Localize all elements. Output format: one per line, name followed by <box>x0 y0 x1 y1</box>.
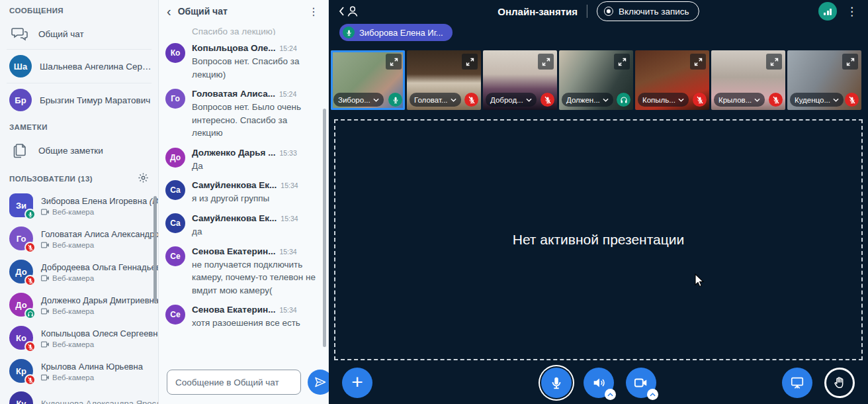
user-list-item[interactable]: Го Головатая Алиса Александров... Веб-ка… <box>0 222 158 255</box>
sidebar-item-private-chat-0[interactable]: Ша Шальнева Ангелина Сергеевна <box>0 50 158 83</box>
chat-message: До Долженко Дарья ...15:33 Да <box>165 148 319 173</box>
chevron-down-icon <box>833 98 839 102</box>
webcam-user-dropdown[interactable]: Головат... <box>410 93 461 107</box>
fullscreen-icon[interactable] <box>538 54 554 70</box>
message-text: Вопросов нет. Было очень интересно. Спас… <box>192 101 318 140</box>
screenshare-button[interactable] <box>782 368 812 398</box>
chat-options-menu-icon[interactable]: ⋮ <box>306 5 322 18</box>
webcam-tile[interactable]: Должен... <box>559 50 633 110</box>
start-recording-button[interactable]: Включить запись <box>597 1 699 21</box>
headphones-badge-icon <box>24 308 36 319</box>
webcam-user-dropdown[interactable]: Зиборо... <box>333 93 384 107</box>
record-icon <box>604 7 613 16</box>
user-name: Копыльцова Олеся Сергеевна <box>41 328 159 338</box>
fullscreen-icon[interactable] <box>614 54 630 70</box>
user-list-item[interactable]: Кр Крылова Алина Юрьевна Веб-камера <box>0 354 158 387</box>
chevron-down-icon <box>678 98 684 102</box>
message-text: Да <box>192 160 297 173</box>
chat-message: Ко Копыльцова Оле...15:24 Вопросов нет. … <box>165 43 319 81</box>
fullscreen-icon[interactable] <box>462 54 478 70</box>
top-bar: Онлайн-занятия Включить запись ⋮ <box>329 0 868 23</box>
speaker-icon <box>591 376 606 390</box>
public-chat-label: Общий чат <box>38 29 84 39</box>
fullscreen-icon[interactable] <box>690 54 706 70</box>
webcam-user-dropdown[interactable]: Доброд... <box>486 93 537 107</box>
message-time: 15:34 <box>279 248 296 256</box>
user-webcam-status: Веб-камера <box>41 208 159 216</box>
user-name: Головатая Алиса Александров... <box>41 229 159 239</box>
chat-scrollbar[interactable] <box>323 109 326 347</box>
webcam-user-dropdown[interactable]: Должен... <box>562 93 613 107</box>
users-settings-gear-icon[interactable] <box>138 172 149 185</box>
presentation-dropzone[interactable]: Нет активной презентации <box>334 119 863 360</box>
webcam-user-dropdown[interactable]: Копыль... <box>638 93 689 107</box>
user-list-item[interactable]: Ку Куденцова Александра Яросла... <box>0 387 158 404</box>
webcam-tile[interactable]: Головат... <box>407 50 481 110</box>
sidebar: СООБЩЕНИЯ Общий чат Ша Шальнева Ангелина… <box>0 0 159 404</box>
message-time: 15:24 <box>279 44 296 52</box>
raise-hand-button[interactable] <box>824 368 855 398</box>
webcam-tile[interactable]: Доброд... <box>483 50 557 110</box>
chat-message: Го Головатая Алиса...15:24 Вопросов нет.… <box>165 89 319 140</box>
toggle-userlist-button[interactable] <box>338 5 359 18</box>
fullscreen-icon[interactable] <box>766 54 782 70</box>
mic-off-badge-icon <box>541 93 554 107</box>
webcam-tiles-strip: Зиборо... Головат... Доброд... Должен... <box>329 42 868 113</box>
user-list-item[interactable]: Зи Зиборова Елена Игоревна (Вы) Веб-каме… <box>0 189 158 222</box>
user-list-item[interactable]: Ко Копыльцова Олеся Сергеевна Веб-камера <box>0 321 158 354</box>
avatar: Го <box>165 89 185 109</box>
chat-message-clipped: Спасибо за лекцию) <box>165 25 319 35</box>
bottom-action-bar: + <box>329 362 868 404</box>
webcam-tile[interactable]: Зиборо... <box>331 50 405 110</box>
chat-message-list[interactable]: Спасибо за лекцию) Ко Копыльцова Оле...1… <box>159 23 328 363</box>
avatar: До <box>165 148 185 168</box>
sidebar-item-public-chat[interactable]: Общий чат <box>0 19 158 49</box>
webcam-share-button[interactable] <box>626 368 656 398</box>
webcam-tile[interactable]: Копыль... <box>635 50 709 110</box>
avatar: Ку <box>9 391 33 404</box>
user-webcam-status: Веб-камера <box>41 274 159 282</box>
user-name: Зиборова Елена Игоревна (Вы) <box>41 196 159 206</box>
message-text: Вопросов нет. Спасибо за лекцию) <box>192 55 318 81</box>
connection-status-button[interactable] <box>818 2 837 21</box>
fullscreen-icon[interactable] <box>842 54 858 70</box>
messages-header-label: СООБЩЕНИЯ <box>9 7 64 15</box>
actions-plus-button[interactable]: + <box>342 368 372 398</box>
webcam-tile[interactable]: Куденцо... <box>787 50 861 110</box>
private-chat-name: Брызгин Тимур Маратович <box>40 95 150 105</box>
mic-on-badge-icon <box>388 93 402 107</box>
hand-icon <box>832 376 847 390</box>
chat-header: ‹ Общий чат ⋮ <box>159 0 328 23</box>
audio-options-chevron-icon[interactable] <box>605 389 616 400</box>
shared-notes-label: Общие заметки <box>38 146 103 156</box>
message-time: 15:34 <box>279 306 296 314</box>
talking-indicator-pill[interactable]: Зиборова Елена Иг... <box>339 24 453 41</box>
mic-off-badge-icon <box>845 93 859 107</box>
webcam-tile[interactable]: Крылов... <box>711 50 785 110</box>
audio-speaker-button[interactable] <box>584 368 614 398</box>
chat-message-input[interactable] <box>167 370 301 395</box>
webcam-user-dropdown[interactable]: Куденцо... <box>790 93 844 107</box>
user-list-item[interactable]: До Добродеева Ольга Геннадьевна Веб-каме… <box>0 255 158 288</box>
sidebar-item-shared-notes[interactable]: Общие заметки <box>0 135 158 166</box>
user-name: Долженко Дарья Дмитриевна <box>41 295 159 305</box>
sidebar-item-private-chat-1[interactable]: Бр Брызгин Тимур Маратович <box>0 83 158 117</box>
user-webcam-status: Веб-камера <box>41 241 159 249</box>
chat-input-row <box>159 363 328 404</box>
avatar: Са <box>165 213 185 233</box>
chevron-down-icon <box>451 98 456 102</box>
sidebar-scrollbar[interactable] <box>153 196 157 302</box>
options-menu-icon[interactable]: ⋮ <box>845 5 859 19</box>
mic-off-badge-icon <box>464 93 478 107</box>
fullscreen-icon[interactable] <box>386 54 402 70</box>
plus-icon: + <box>351 372 363 392</box>
mute-microphone-button[interactable] <box>541 368 572 398</box>
webcam-icon <box>41 341 50 348</box>
chevron-down-icon <box>603 98 609 102</box>
webcam-options-chevron-icon[interactable] <box>647 389 658 400</box>
user-list-item[interactable]: До Долженко Дарья Дмитриевна Веб-камера <box>0 288 158 321</box>
mic-off-badge-icon <box>24 275 36 286</box>
avatar: До <box>9 260 33 283</box>
webcam-user-dropdown[interactable]: Крылов... <box>714 93 765 107</box>
chat-back-icon[interactable]: ‹ <box>165 5 173 18</box>
